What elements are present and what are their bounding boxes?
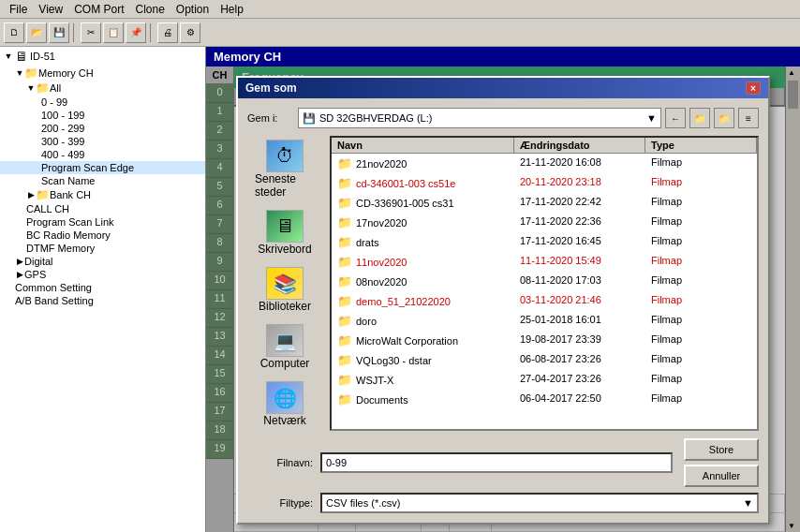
file-date-cell: 17-11-2020 16:45	[514, 234, 645, 250]
tree-common-setting[interactable]: Common Setting	[0, 281, 205, 294]
tree-program-scan-link[interactable]: Program Scan Link	[0, 215, 205, 229]
file-list-row[interactable]: 📁 MicroWalt Corporation 19-08-2017 23:39…	[332, 331, 757, 350]
file-name-cell: 📁 doro	[332, 313, 514, 329]
tree-100-199[interactable]: 100 - 199	[0, 109, 205, 122]
file-name: doro	[356, 316, 377, 327]
tree-0-99[interactable]: 0 - 99	[0, 96, 205, 109]
menu-file[interactable]: File	[4, 2, 33, 17]
folder-icon-all: 📁	[36, 81, 50, 95]
tree-bank-ch[interactable]: ▶ 📁 Bank CH	[0, 187, 205, 202]
file-list-row[interactable]: 📁 11nov2020 11-11-2020 15:49 Filmap	[332, 252, 757, 272]
toolbar-open[interactable]: 📂	[26, 22, 47, 43]
file-list-row[interactable]: 📁 VQLog30 - dstar 06-08-2017 23:26 Filma…	[332, 350, 757, 370]
file-folder-icon: 📁	[337, 274, 352, 288]
tree-all-label: All	[50, 82, 61, 94]
file-list-row[interactable]: 📁 21nov2020 21-11-2020 16:08 Filmap	[332, 154, 757, 173]
expand-icon[interactable]: ▼	[4, 52, 13, 61]
folder-icon-bank: 📁	[36, 188, 50, 201]
file-list-row[interactable]: 📁 08nov2020 08-11-2020 17:03 Filmap	[332, 272, 757, 291]
main-layout: ▼ 🖥 ID-51 ▼ 📁 Memory CH ▼ 📁 All 0 - 99 1…	[0, 47, 800, 532]
menubar: File View COM Port Clone Option Help	[0, 0, 800, 19]
file-list-row[interactable]: 📁 17nov2020 17-11-2020 22:36 Filmap	[332, 213, 757, 232]
dialog-titlebar: Gem som ×	[238, 78, 768, 98]
menu-option[interactable]: Option	[170, 2, 215, 17]
toolbar-btn6[interactable]: 📌	[126, 22, 146, 43]
toolbar-save[interactable]: 💾	[49, 22, 69, 43]
tree-scan-name[interactable]: Scan Name	[0, 174, 205, 187]
store-button[interactable]: Store	[684, 438, 759, 461]
file-list-row[interactable]: 📁 doro 25-01-2018 16:01 Filmap	[332, 311, 757, 331]
quick-access-desktop[interactable]: 🖥 Skrivebord	[251, 206, 319, 259]
file-name-cell: 📁 CD-336901-005 cs31	[332, 195, 514, 211]
toolbar-btn7[interactable]: 🖨	[157, 22, 178, 43]
file-list-row[interactable]: 📁 WSJT-X 27-04-2017 23:26 Filmap	[332, 370, 757, 390]
tree-gps[interactable]: ▶ GPS	[0, 268, 205, 281]
tree-memory-ch[interactable]: ▼ 📁 Memory CH	[0, 66, 205, 81]
quick-access-network[interactable]: 🌐 Netværk	[251, 377, 319, 431]
menu-clone[interactable]: Clone	[129, 2, 170, 17]
tree-gps-label: GPS	[24, 269, 46, 280]
tree-bc-radio-memory[interactable]: BC Radio Memory	[0, 229, 205, 242]
tree-300-399[interactable]: 300 - 399	[0, 135, 205, 148]
dialog-overlay: Gem som × Gem i: 💾 SD 32GBHVERDAG (L:) ▼	[206, 66, 800, 532]
col-name-header[interactable]: Navn	[332, 138, 514, 153]
tree-200-299-label: 200 - 299	[41, 123, 84, 134]
tree-300-399-label: 300 - 399	[41, 136, 84, 147]
menu-help[interactable]: Help	[215, 2, 249, 17]
file-date-cell: 11-11-2020 15:49	[514, 254, 645, 270]
recent-icon: ⏱	[266, 140, 304, 172]
tree-all[interactable]: ▼ 📁 All	[0, 81, 205, 96]
menu-view[interactable]: View	[33, 2, 68, 17]
quick-access-recent[interactable]: ⏱ Seneste steder	[251, 136, 319, 202]
drive-label: SD 32GBHVERDAG (L:)	[319, 112, 432, 124]
col-type-header[interactable]: Type	[645, 138, 757, 153]
col-date-header[interactable]: Ændringsdato	[514, 138, 645, 153]
network-icon: 🌐	[266, 381, 304, 414]
filetype-select[interactable]: CSV files (*.csv) ▼	[320, 493, 759, 513]
toolbar-btn4[interactable]: ✂	[81, 22, 101, 43]
file-list-container[interactable]: Navn Ændringsdato Type 📁 21nov2020 21-11…	[330, 136, 759, 431]
action-buttons: Store Annuller	[684, 438, 759, 487]
left-panel: ▼ 🖥 ID-51 ▼ 📁 Memory CH ▼ 📁 All 0 - 99 1…	[0, 47, 206, 532]
file-list-wrapper: Navn Ændringsdato Type 📁 21nov2020 21-11…	[330, 136, 759, 431]
tree-ab-band-setting[interactable]: A/B Band Setting	[0, 294, 205, 307]
tree-200-299[interactable]: 200 - 299	[0, 122, 205, 135]
file-list-row[interactable]: 📁 demo_51_21022020 03-11-2020 21:46 Film…	[332, 291, 757, 311]
nav-view-btn[interactable]: ≡	[738, 108, 759, 128]
file-list-row[interactable]: 📁 CD-336901-005 cs31 17-11-2020 22:42 Fi…	[332, 193, 757, 213]
toolbar-btn5[interactable]: 📋	[103, 22, 124, 43]
tree-program-scan-edge[interactable]: Program Scan Edge	[0, 161, 205, 174]
file-folder-icon: 📁	[337, 235, 352, 249]
tree-dtmf-memory[interactable]: DTMF Memory	[0, 242, 205, 255]
tree-call-ch[interactable]: CALL CH	[0, 202, 205, 215]
save-location-select[interactable]: 💾 SD 32GBHVERDAG (L:) ▼	[298, 108, 661, 128]
filename-input[interactable]	[320, 452, 673, 473]
tree-400-499[interactable]: 400 - 499	[0, 148, 205, 161]
nav-folder1-btn[interactable]: 📁	[689, 108, 710, 128]
file-list-row[interactable]: 📁 Documents 06-04-2017 22:50 Filmap	[332, 390, 757, 409]
nav-folder2-btn[interactable]: 📁	[714, 108, 734, 128]
tree-root-id51[interactable]: ▼ 🖥 ID-51	[0, 47, 205, 66]
quick-access-computer[interactable]: 💻 Computer	[251, 320, 319, 374]
quick-access-libraries[interactable]: 📚 Biblioteker	[251, 263, 319, 317]
dialog-close-button[interactable]: ×	[746, 81, 761, 95]
file-name: drats	[356, 237, 378, 248]
recent-label: Seneste steder	[255, 172, 315, 199]
toolbar-new[interactable]: 🗋	[4, 22, 24, 43]
file-type-cell: Filmap	[645, 352, 702, 368]
menu-com-port[interactable]: COM Port	[68, 2, 129, 17]
cancel-button[interactable]: Annuller	[684, 465, 759, 487]
toolbar-sep1	[73, 23, 77, 42]
file-type-cell: Filmap	[645, 175, 702, 191]
memory-ch-header: Memory CH	[206, 47, 800, 66]
nav-back-btn[interactable]: ←	[665, 108, 686, 128]
sd-icon: 💾	[303, 112, 316, 125]
file-list-row[interactable]: 📁 cd-346001-003 cs51e 20-11-2020 23:18 F…	[332, 173, 757, 193]
file-name: VQLog30 - dstar	[356, 355, 432, 366]
file-date-cell: 08-11-2020 17:03	[514, 273, 645, 289]
file-type-cell: Filmap	[645, 155, 702, 171]
toolbar-btn8[interactable]: ⚙	[180, 22, 200, 43]
tree-digital[interactable]: ▶ Digital	[0, 255, 205, 268]
file-folder-icon: 📁	[337, 373, 352, 387]
file-list-row[interactable]: 📁 drats 17-11-2020 16:45 Filmap	[332, 232, 757, 252]
